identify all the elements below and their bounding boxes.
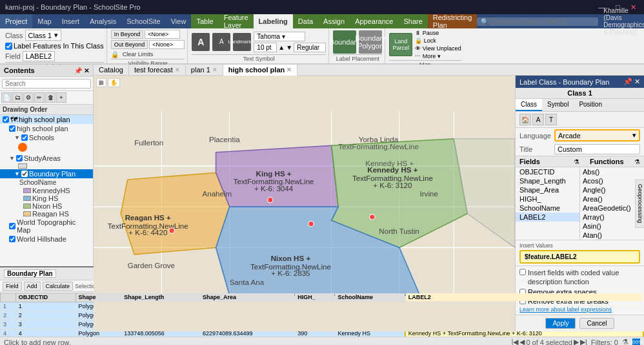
item-check-schools[interactable] (21, 134, 28, 141)
in-beyond-btn[interactable]: In Beyond (111, 30, 144, 39)
sidebar-item-worldhillshade[interactable]: World Hillshade (0, 235, 93, 244)
rp-tab-class[interactable]: Class (516, 99, 542, 111)
attr-filter-icon[interactable]: ⚗ (622, 338, 629, 345)
attr-next-page[interactable]: ▶ (574, 338, 579, 345)
item-check-2[interactable] (9, 125, 15, 132)
rp-icon-2[interactable]: A (532, 114, 544, 125)
land-parcel-btn[interactable]: LandParcel (389, 33, 412, 56)
out-beyond-value[interactable]: <None> (149, 40, 185, 49)
map-pan[interactable]: ✋ (108, 78, 120, 87)
rp-title-dropdown[interactable]: Custom (554, 144, 640, 154)
rp-func-acos[interactable]: Acos() (580, 176, 644, 185)
sidebar-item-boundary-plan[interactable]: ▼ Boundary Plan (0, 169, 93, 178)
sidebar-tool-6[interactable]: + (56, 92, 66, 103)
rp-apply-btn[interactable]: Apply (545, 318, 576, 329)
attr-add-btn[interactable]: Add (24, 282, 41, 291)
rp-field-shapelength[interactable]: Shape_Length (516, 176, 579, 185)
font-size-down[interactable]: ▼ (286, 44, 292, 51)
clear-limits-btn[interactable]: Clear Limits (120, 50, 156, 58)
attr-field-btn[interactable]: Field (3, 282, 22, 291)
lock-btn[interactable]: 🔒 Lock (415, 37, 461, 44)
tab-appearance[interactable]: Appearance (350, 14, 398, 28)
rp-learn-more-link[interactable]: Learn more about label expressions (519, 306, 640, 313)
font-size-up[interactable]: ▲ (278, 44, 285, 51)
font-style-dropdown[interactable]: Regular (294, 43, 326, 52)
rp-func-angle[interactable]: Angle() (580, 185, 644, 194)
tab-map[interactable]: Map (32, 14, 56, 28)
rp-expression-box[interactable]: $feature.LABEL2 (519, 250, 640, 264)
rp-func-atan[interactable]: Atan() (580, 231, 644, 240)
rp-func-array[interactable]: Array() (580, 213, 644, 222)
map-tab-highschoolplan[interactable]: high school plan ✕ (223, 65, 297, 76)
boundary-polygon-btn[interactable]: Boundary (333, 30, 356, 54)
more-btn[interactable]: ⋯ More ▾ (415, 53, 461, 59)
item-check-worldtopo[interactable] (9, 223, 15, 229)
rp-cancel-btn[interactable]: Cancel (579, 318, 614, 329)
col-header-shapearea[interactable]: Shape_Area (200, 293, 295, 302)
rp-func-asin[interactable]: Asin() (580, 222, 644, 231)
tab-testforecast-close[interactable]: ✕ (175, 67, 180, 73)
rp-field-schoolname[interactable]: SchoolName (516, 204, 579, 213)
text-symbol-A1[interactable]: A (192, 33, 210, 51)
command-search[interactable] (491, 18, 594, 25)
sidebar-close[interactable]: ✕ (84, 67, 89, 74)
pause-btn[interactable]: ⏸ Pause (415, 30, 461, 36)
sidebar-tool-1[interactable]: 📄 (1, 92, 12, 103)
tab-labeling[interactable]: Labeling (254, 14, 293, 28)
col-header-objectid[interactable]: OBJECTID (15, 293, 75, 302)
attr-prev-page[interactable]: ◀ (519, 338, 525, 345)
sidebar-item-nixonhs[interactable]: Nixon HS (0, 202, 93, 210)
attr-zoom-level[interactable]: 100% (632, 339, 640, 346)
col-header-shapelength[interactable]: Shape_Length (121, 293, 200, 302)
attr-first-page[interactable]: |◀ (512, 338, 519, 345)
tab-plan1-close[interactable]: ✕ (212, 67, 217, 73)
out-beyond-btn[interactable]: Out Beyond (111, 40, 148, 49)
item-check-1[interactable] (3, 116, 9, 123)
map-tab-catalog[interactable]: Catalog (94, 65, 129, 75)
sidebar-search-input[interactable] (2, 79, 91, 89)
right-panel-close[interactable]: ✕ (634, 78, 640, 86)
tab-highschoolplan-close[interactable]: ✕ (287, 67, 292, 73)
col-header-shape[interactable]: Shape (75, 293, 121, 302)
map-tab-plan1[interactable]: plan 1 ✕ (186, 65, 223, 75)
class-dropdown[interactable]: Class 1▾ (25, 30, 62, 41)
rp-language-dropdown[interactable]: Arcade ▾ (554, 129, 640, 141)
font-family-dropdown[interactable]: Tahoma ▾ (254, 32, 305, 41)
right-panel-pin[interactable]: 📌 (623, 78, 632, 86)
rp-func-areageo[interactable]: AreaGeodetic() (580, 204, 644, 213)
tab-feature-layer[interactable]: Feature Layer (219, 14, 254, 28)
tab-project[interactable]: Project (0, 14, 32, 28)
sidebar-item-schools[interactable]: ▼ Schools (0, 133, 93, 142)
sidebar-tool-4[interactable]: ✏ (34, 92, 45, 103)
sidebar-tool-5[interactable]: 🗑 (45, 92, 55, 103)
rp-func-abs[interactable]: Abs() (580, 167, 644, 176)
sidebar-tool-3[interactable]: ⚙ (23, 92, 34, 103)
tab-data[interactable]: Data (293, 14, 318, 28)
rp-fields-filter[interactable]: ⚗ (574, 158, 579, 165)
rp-field-high[interactable]: HIGH_ (516, 194, 579, 204)
rp-checkbox-1[interactable] (519, 269, 526, 275)
item-check-worldhillshade[interactable] (9, 236, 15, 242)
rp-icon-1[interactable]: 🏠 (519, 114, 531, 125)
landmark-symbol[interactable]: Landmark™ (233, 33, 251, 51)
sidebar-item-worldtopo[interactable]: World Topographic Map (0, 218, 93, 235)
field-dropdown[interactable]: LABEL2 (23, 51, 55, 61)
item-check-boundary[interactable] (21, 171, 28, 177)
sidebar-item-highschoolplan1[interactable]: 🗺 high school plan (0, 115, 93, 124)
map-tab-testforecast[interactable]: test forecast ✕ (129, 65, 186, 75)
view-unplaced-btn[interactable]: 👁 View Unplaced (415, 45, 461, 52)
rp-field-shapearea[interactable]: Shape_Area (516, 185, 579, 194)
item-check-studyareas[interactable] (16, 155, 23, 162)
tab-view[interactable]: View (166, 14, 192, 28)
tab-redistricting[interactable]: Redistricting Plan (428, 14, 478, 28)
rp-functions-filter[interactable]: ⚗ (634, 158, 640, 165)
tab-schoolsite[interactable]: SchoolSite (121, 14, 166, 28)
attr-last-page[interactable]: ▶| (580, 338, 587, 345)
tab-share[interactable]: Share (398, 14, 427, 28)
sidebar-pin[interactable]: 📌 (74, 67, 82, 74)
side-tab-geoprocessing[interactable]: Geoprocessing (636, 180, 644, 228)
sidebar-item-kinghs[interactable]: King HS (0, 194, 93, 202)
col-header-high[interactable]: HIGH_ (295, 293, 335, 302)
sidebar-item-kennedyhs[interactable]: KennedyHS (0, 187, 93, 194)
sidebar-tool-2[interactable]: 🗂 (12, 92, 23, 103)
